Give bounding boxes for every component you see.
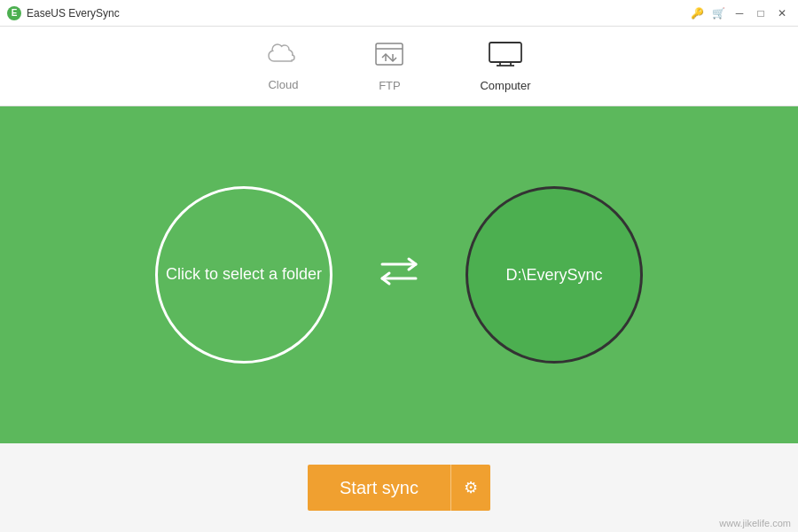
app-logo: E xyxy=(7,6,21,20)
pin-button[interactable]: 🔑 xyxy=(688,4,706,22)
maximize-button[interactable]: □ xyxy=(752,4,770,22)
tab-computer[interactable]: Computer xyxy=(469,34,541,99)
source-folder-circle[interactable]: Click to select a folder xyxy=(155,186,332,364)
computer-tab-label: Computer xyxy=(480,79,530,92)
ftp-icon xyxy=(373,41,405,74)
title-bar: E EaseUS EverySync 🔑 🛒 ─ □ ✕ xyxy=(0,0,798,27)
destination-folder-label: D:\EverySync xyxy=(505,266,602,285)
start-sync-button[interactable]: Start sync xyxy=(308,465,450,511)
sync-arrows-icon xyxy=(377,255,421,295)
source-folder-label: Click to select a folder xyxy=(166,263,322,286)
start-sync-group: Start sync ⚙ xyxy=(308,465,490,511)
watermark: www.jikelife.com xyxy=(719,518,791,528)
bottom-bar: Start sync ⚙ xyxy=(0,443,798,532)
cart-button[interactable]: 🛒 xyxy=(709,4,727,22)
tab-bar: Cloud FTP Computer xyxy=(0,27,798,106)
cloud-tab-label: Cloud xyxy=(268,78,298,91)
destination-folder-circle[interactable]: D:\EverySync xyxy=(466,186,643,364)
title-bar-controls: 🔑 🛒 ─ □ ✕ xyxy=(688,4,791,22)
close-button[interactable]: ✕ xyxy=(773,4,791,22)
settings-button[interactable]: ⚙ xyxy=(450,465,490,511)
ftp-tab-label: FTP xyxy=(379,79,401,92)
gear-icon: ⚙ xyxy=(464,478,478,497)
app-title: EaseUS EverySync xyxy=(27,7,120,20)
tab-ftp[interactable]: FTP xyxy=(363,34,416,99)
computer-icon xyxy=(488,41,523,74)
main-sync-area: Click to select a folder D:\EverySync xyxy=(0,106,798,443)
tab-cloud[interactable]: Cloud xyxy=(256,35,309,98)
svg-rect-2 xyxy=(489,43,521,62)
svg-rect-0 xyxy=(376,43,403,65)
minimize-button[interactable]: ─ xyxy=(731,4,748,22)
cloud-icon xyxy=(267,42,299,73)
title-bar-left: E EaseUS EverySync xyxy=(7,6,120,20)
